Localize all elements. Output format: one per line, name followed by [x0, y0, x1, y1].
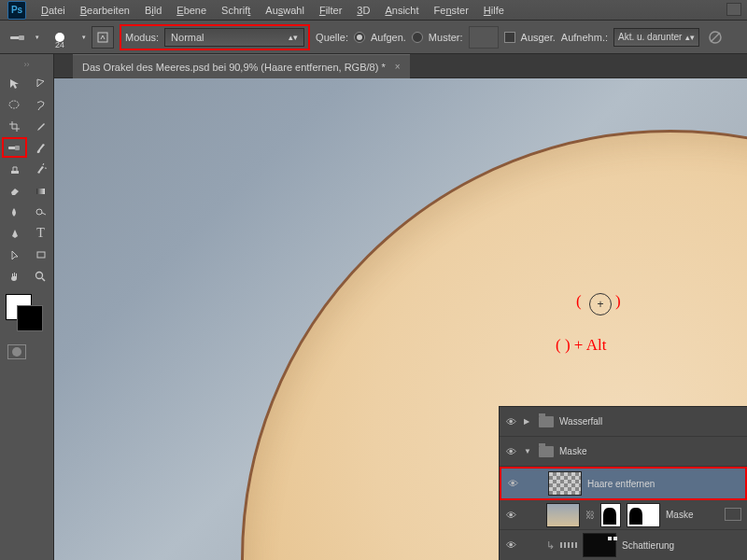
sample-dropdown[interactable]: Akt. u. darunter ▴▾: [613, 28, 699, 47]
hand-tool[interactable]: [2, 266, 27, 287]
svg-rect-6: [8, 147, 16, 149]
menu-help[interactable]: Hilfe: [476, 2, 512, 19]
menu-edit[interactable]: Bearbeiten: [73, 2, 137, 19]
artboard-tool[interactable]: [28, 73, 53, 93]
svg-rect-2: [98, 33, 107, 42]
visibility-icon[interactable]: 👁: [503, 539, 518, 551]
background-color[interactable]: [17, 305, 43, 331]
eyedropper-tool[interactable]: [28, 116, 53, 136]
brush-dropdown[interactable]: ▾: [82, 34, 86, 41]
toolbox: ›› T: [0, 54, 54, 560]
mask-thumbnail[interactable]: [600, 503, 621, 527]
marquee-tool[interactable]: [2, 94, 27, 115]
svg-rect-1: [19, 35, 24, 40]
menu-bar: Ps Datei Bearbeiten Bild Ebene Schrift A…: [0, 0, 747, 21]
pattern-picker: [469, 26, 499, 49]
history-brush-tool[interactable]: [28, 159, 53, 179]
clone-stamp-tool[interactable]: [2, 159, 27, 179]
svg-point-5: [9, 101, 19, 108]
brush-tool[interactable]: [28, 137, 53, 158]
menu-view[interactable]: Ansicht: [377, 2, 426, 19]
menu-filter[interactable]: Filter: [312, 2, 349, 19]
menu-file[interactable]: Datei: [34, 2, 73, 19]
folder-icon: [539, 416, 554, 427]
crop-tool[interactable]: [2, 116, 27, 136]
visibility-icon[interactable]: 👁: [503, 416, 518, 427]
path-select-tool[interactable]: [2, 245, 27, 265]
toolbox-grip[interactable]: ››: [0, 60, 53, 69]
annotation-alt: ( ) + Alt: [556, 336, 606, 355]
menu-image[interactable]: Bild: [137, 2, 169, 19]
move-tool[interactable]: [2, 73, 27, 93]
layer-schattierung[interactable]: 👁 ↳ Schattierung: [500, 530, 747, 560]
quick-mask-button[interactable]: [0, 344, 53, 359]
svg-rect-0: [10, 36, 20, 39]
link-icon[interactable]: ⛓: [585, 510, 595, 520]
brush-preview[interactable]: 24: [45, 25, 75, 49]
expand-icon[interactable]: ▼: [524, 447, 533, 455]
document-tab[interactable]: Das Orakel des Meeres.psd bei 90,9% (Haa…: [73, 54, 410, 78]
annotation-paren-left: (: [576, 292, 582, 311]
svg-point-13: [36, 272, 43, 278]
svg-rect-12: [37, 252, 45, 258]
layer-thumbnail[interactable]: [583, 533, 616, 557]
folder-icon: [539, 446, 554, 457]
shape-tool[interactable]: [28, 245, 53, 265]
layer-maske-sub[interactable]: 👁 ⛓ Maske: [500, 500, 747, 530]
menu-type[interactable]: Schrift: [214, 2, 258, 19]
spot-healing-tool[interactable]: [2, 137, 27, 158]
photoshop-logo: Ps: [7, 1, 26, 20]
pen-tool[interactable]: [2, 223, 27, 244]
type-tool[interactable]: T: [28, 223, 53, 244]
ausger-checkbox[interactable]: [504, 32, 515, 43]
mask-thumbnail-2[interactable]: [627, 503, 660, 527]
minimize-button[interactable]: [726, 3, 741, 16]
svg-line-14: [42, 278, 45, 281]
dodge-tool[interactable]: [28, 202, 53, 222]
gradient-tool[interactable]: [28, 180, 53, 201]
close-tab-icon[interactable]: ×: [395, 62, 401, 72]
svg-rect-9: [36, 189, 45, 194]
blur-tool[interactable]: [2, 202, 27, 222]
visibility-icon[interactable]: 👁: [505, 478, 520, 489]
layer-haare-entfernen[interactable]: 👁 Haare entfernen: [500, 467, 747, 500]
menu-select[interactable]: Auswahl: [258, 2, 312, 19]
aufgen-radio[interactable]: [354, 32, 365, 43]
clip-icon: ↳: [546, 539, 555, 552]
muster-label: Muster:: [429, 32, 463, 43]
modus-label: Modus:: [125, 32, 159, 43]
document-tab-bar: Das Orakel des Meeres.psd bei 90,9% (Haa…: [54, 54, 747, 78]
menu-layer[interactable]: Ebene: [169, 2, 214, 19]
visibility-icon[interactable]: 👁: [503, 446, 518, 457]
spot-healing-brush-icon[interactable]: [7, 27, 28, 48]
lasso-tool[interactable]: [28, 94, 53, 115]
svg-rect-7: [15, 146, 20, 150]
ignore-adjustments-icon[interactable]: [705, 27, 726, 48]
svg-line-11: [42, 213, 46, 215]
adjustment-icon: [560, 542, 577, 548]
options-bar: ▾ 24 ▾ Modus: Normal ▴▾ Quelle: Aufgen. …: [0, 21, 747, 54]
svg-point-10: [36, 209, 42, 215]
color-swatches[interactable]: [0, 294, 53, 333]
effects-icon[interactable]: [725, 508, 741, 521]
menu-3d[interactable]: 3D: [349, 2, 377, 19]
layer-group-wasserfall[interactable]: 👁 ▶ Wasserfall: [500, 407, 747, 437]
brush-panel-button[interactable]: [92, 26, 114, 49]
menu-window[interactable]: Fenster: [427, 2, 476, 19]
annotation-paren-right: ): [615, 292, 621, 311]
modus-dropdown[interactable]: Normal ▴▾: [164, 28, 304, 47]
collapse-icon[interactable]: ▶: [524, 417, 533, 426]
tool-preset-dropdown[interactable]: ▾: [35, 34, 39, 41]
layers-panel: 👁 ▶ Wasserfall 👁 ▼ Maske 👁 Haare entfern…: [499, 406, 747, 560]
eraser-tool[interactable]: [2, 180, 27, 201]
mode-highlight: Modus: Normal ▴▾: [120, 24, 310, 50]
svg-line-4: [711, 33, 720, 42]
visibility-icon[interactable]: 👁: [503, 510, 518, 521]
zoom-tool[interactable]: [28, 266, 53, 287]
layer-thumbnail[interactable]: [546, 503, 580, 527]
quelle-label: Quelle:: [316, 32, 348, 43]
muster-radio[interactable]: [412, 32, 423, 43]
layer-thumbnail[interactable]: [548, 471, 582, 496]
layer-group-maske[interactable]: 👁 ▼ Maske: [500, 437, 747, 467]
ausger-label: Ausger.: [521, 32, 556, 43]
